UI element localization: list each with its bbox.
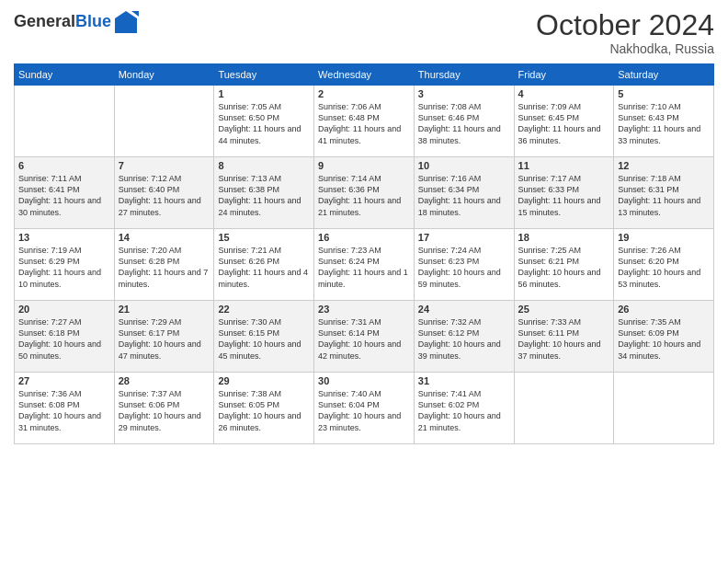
day-number: 21 [119, 304, 210, 315]
page-header: GeneralBlue October 2024 Nakhodka, Russi… [14, 9, 714, 56]
day-detail: Sunrise: 7:06 AMSunset: 6:48 PMDaylight:… [318, 101, 410, 146]
day-detail: Sunrise: 7:32 AMSunset: 6:12 PMDaylight:… [418, 316, 510, 362]
day-detail: Sunrise: 7:13 AMSunset: 6:38 PMDaylight:… [218, 173, 310, 218]
col-tuesday: Tuesday [214, 64, 314, 86]
logo-icon [113, 9, 139, 35]
calendar-table: Sunday Monday Tuesday Wednesday Thursday… [14, 63, 714, 444]
day-number: 11 [518, 160, 610, 171]
calendar-week-2: 6Sunrise: 7:11 AMSunset: 6:41 PMDaylight… [15, 157, 714, 229]
table-row: 20Sunrise: 7:27 AMSunset: 6:18 PMDayligh… [15, 301, 115, 373]
day-detail: Sunrise: 7:09 AMSunset: 6:45 PMDaylight:… [518, 101, 610, 146]
table-row: 2Sunrise: 7:06 AMSunset: 6:48 PMDaylight… [314, 86, 415, 157]
table-row: 16Sunrise: 7:23 AMSunset: 6:24 PMDayligh… [314, 229, 415, 301]
day-number: 9 [318, 160, 410, 171]
title-section: October 2024 Nakhodka, Russia [536, 9, 714, 56]
table-row [614, 373, 714, 444]
month-title: October 2024 [536, 9, 714, 41]
day-number: 26 [618, 304, 710, 315]
day-detail: Sunrise: 7:20 AMSunset: 6:28 PMDaylight:… [119, 245, 210, 290]
day-number: 6 [18, 160, 110, 171]
day-number: 13 [18, 232, 110, 243]
table-row: 21Sunrise: 7:29 AMSunset: 6:17 PMDayligh… [114, 301, 214, 373]
day-number: 24 [418, 304, 510, 315]
day-number: 4 [518, 88, 610, 99]
day-number: 30 [318, 375, 410, 386]
day-detail: Sunrise: 7:30 AMSunset: 6:15 PMDaylight:… [218, 316, 310, 362]
table-row: 15Sunrise: 7:21 AMSunset: 6:26 PMDayligh… [214, 229, 314, 301]
day-number: 7 [119, 160, 210, 171]
table-row: 28Sunrise: 7:37 AMSunset: 6:06 PMDayligh… [114, 373, 214, 444]
table-row: 17Sunrise: 7:24 AMSunset: 6:23 PMDayligh… [414, 229, 514, 301]
day-number: 28 [119, 375, 210, 386]
calendar-week-1: 1Sunrise: 7:05 AMSunset: 6:50 PMDaylight… [15, 86, 714, 157]
day-detail: Sunrise: 7:11 AMSunset: 6:41 PMDaylight:… [18, 173, 110, 218]
day-detail: Sunrise: 7:08 AMSunset: 6:46 PMDaylight:… [418, 101, 510, 146]
day-number: 5 [618, 88, 710, 99]
day-detail: Sunrise: 7:12 AMSunset: 6:40 PMDaylight:… [119, 173, 210, 218]
table-row: 29Sunrise: 7:38 AMSunset: 6:05 PMDayligh… [214, 373, 314, 444]
day-detail: Sunrise: 7:27 AMSunset: 6:18 PMDaylight:… [18, 316, 110, 362]
day-detail: Sunrise: 7:26 AMSunset: 6:20 PMDaylight:… [618, 245, 710, 290]
day-detail: Sunrise: 7:17 AMSunset: 6:33 PMDaylight:… [518, 173, 610, 218]
day-detail: Sunrise: 7:24 AMSunset: 6:23 PMDaylight:… [418, 245, 510, 290]
table-row: 27Sunrise: 7:36 AMSunset: 6:08 PMDayligh… [15, 373, 115, 444]
calendar-week-5: 27Sunrise: 7:36 AMSunset: 6:08 PMDayligh… [15, 373, 714, 444]
day-number: 31 [418, 375, 510, 386]
calendar-week-3: 13Sunrise: 7:19 AMSunset: 6:29 PMDayligh… [15, 229, 714, 301]
day-detail: Sunrise: 7:21 AMSunset: 6:26 PMDaylight:… [218, 245, 310, 290]
day-number: 10 [418, 160, 510, 171]
table-row: 10Sunrise: 7:16 AMSunset: 6:34 PMDayligh… [414, 157, 514, 229]
table-row: 12Sunrise: 7:18 AMSunset: 6:31 PMDayligh… [614, 157, 714, 229]
table-row: 1Sunrise: 7:05 AMSunset: 6:50 PMDaylight… [214, 86, 314, 157]
day-number: 14 [119, 232, 210, 243]
day-number: 12 [618, 160, 710, 171]
table-row: 6Sunrise: 7:11 AMSunset: 6:41 PMDaylight… [15, 157, 115, 229]
table-row: 26Sunrise: 7:35 AMSunset: 6:09 PMDayligh… [614, 301, 714, 373]
table-row: 22Sunrise: 7:30 AMSunset: 6:15 PMDayligh… [214, 301, 314, 373]
table-row: 31Sunrise: 7:41 AMSunset: 6:02 PMDayligh… [414, 373, 514, 444]
calendar-header-row: Sunday Monday Tuesday Wednesday Thursday… [15, 64, 714, 86]
col-saturday: Saturday [614, 64, 714, 86]
table-row [514, 373, 614, 444]
day-detail: Sunrise: 7:23 AMSunset: 6:24 PMDaylight:… [318, 245, 410, 290]
day-detail: Sunrise: 7:25 AMSunset: 6:21 PMDaylight:… [518, 245, 610, 290]
table-row: 14Sunrise: 7:20 AMSunset: 6:28 PMDayligh… [114, 229, 214, 301]
table-row: 30Sunrise: 7:40 AMSunset: 6:04 PMDayligh… [314, 373, 415, 444]
day-detail: Sunrise: 7:37 AMSunset: 6:06 PMDaylight:… [119, 388, 210, 433]
table-row: 4Sunrise: 7:09 AMSunset: 6:45 PMDaylight… [514, 86, 614, 157]
day-detail: Sunrise: 7:36 AMSunset: 6:08 PMDaylight:… [18, 388, 110, 433]
table-row: 9Sunrise: 7:14 AMSunset: 6:36 PMDaylight… [314, 157, 415, 229]
col-wednesday: Wednesday [314, 64, 415, 86]
table-row [15, 86, 115, 157]
table-row: 5Sunrise: 7:10 AMSunset: 6:43 PMDaylight… [614, 86, 714, 157]
day-detail: Sunrise: 7:40 AMSunset: 6:04 PMDaylight:… [318, 388, 410, 433]
day-number: 25 [518, 304, 610, 315]
logo-general: GeneralBlue [14, 13, 111, 31]
table-row: 13Sunrise: 7:19 AMSunset: 6:29 PMDayligh… [15, 229, 115, 301]
day-detail: Sunrise: 7:18 AMSunset: 6:31 PMDaylight:… [618, 173, 710, 218]
col-thursday: Thursday [414, 64, 514, 86]
table-row: 7Sunrise: 7:12 AMSunset: 6:40 PMDaylight… [114, 157, 214, 229]
col-sunday: Sunday [15, 64, 115, 86]
day-number: 2 [318, 88, 410, 99]
day-number: 22 [218, 304, 310, 315]
table-row: 8Sunrise: 7:13 AMSunset: 6:38 PMDaylight… [214, 157, 314, 229]
day-number: 20 [18, 304, 110, 315]
day-number: 27 [18, 375, 110, 386]
table-row: 23Sunrise: 7:31 AMSunset: 6:14 PMDayligh… [314, 301, 415, 373]
day-detail: Sunrise: 7:35 AMSunset: 6:09 PMDaylight:… [618, 316, 710, 362]
col-monday: Monday [114, 64, 214, 86]
table-row: 3Sunrise: 7:08 AMSunset: 6:46 PMDaylight… [414, 86, 514, 157]
table-row: 19Sunrise: 7:26 AMSunset: 6:20 PMDayligh… [614, 229, 714, 301]
day-number: 16 [318, 232, 410, 243]
day-number: 18 [518, 232, 610, 243]
day-number: 15 [218, 232, 310, 243]
table-row: 24Sunrise: 7:32 AMSunset: 6:12 PMDayligh… [414, 301, 514, 373]
col-friday: Friday [514, 64, 614, 86]
day-detail: Sunrise: 7:31 AMSunset: 6:14 PMDaylight:… [318, 316, 410, 362]
day-detail: Sunrise: 7:10 AMSunset: 6:43 PMDaylight:… [618, 101, 710, 146]
day-detail: Sunrise: 7:19 AMSunset: 6:29 PMDaylight:… [18, 245, 110, 290]
day-number: 23 [318, 304, 410, 315]
day-number: 3 [418, 88, 510, 99]
svg-marker-0 [115, 11, 137, 33]
